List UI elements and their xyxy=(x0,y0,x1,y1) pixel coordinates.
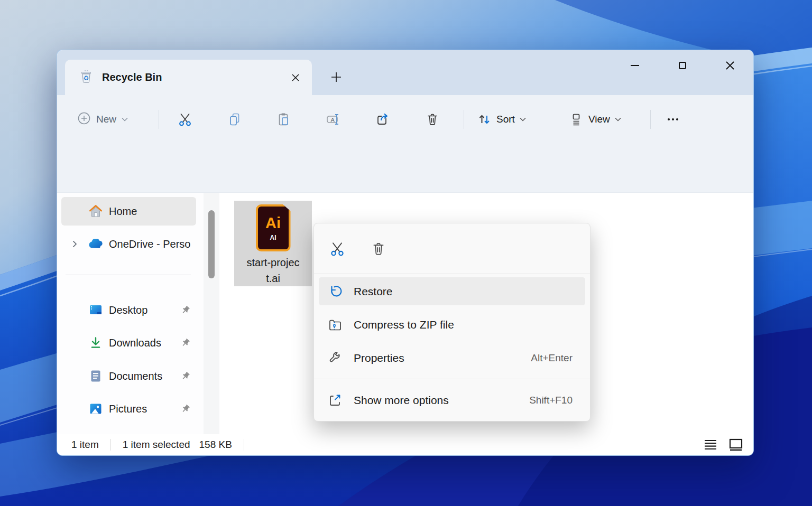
ai-icon-label-large: Ai xyxy=(265,215,281,231)
toolbar-separator xyxy=(650,110,651,129)
scrollbar-thumb[interactable] xyxy=(208,210,215,278)
paste-icon xyxy=(276,112,291,127)
command-bar: New A Sort View xyxy=(57,95,753,144)
sidebar-item-home[interactable]: Home xyxy=(61,197,196,226)
sidebar-item-onedrive[interactable]: OneDrive - Perso xyxy=(61,230,196,258)
new-button[interactable]: New xyxy=(73,108,132,131)
toolbar-separator xyxy=(159,110,159,129)
pictures-icon xyxy=(88,402,104,415)
chevron-down-icon xyxy=(122,117,128,121)
view-icon xyxy=(569,112,584,127)
sort-button-label: Sort xyxy=(496,114,515,125)
properties-wrench-icon xyxy=(328,351,343,366)
documents-icon xyxy=(88,369,104,383)
chevron-down-icon xyxy=(615,117,621,121)
new-plus-icon xyxy=(77,111,91,127)
close-icon[interactable] xyxy=(715,53,745,78)
maximize-icon[interactable] xyxy=(668,53,697,78)
cut-icon xyxy=(178,112,192,127)
sort-button[interactable]: Sort xyxy=(473,108,530,131)
navigation-pane: Home OneDrive - Perso Desktop xyxy=(57,193,204,434)
file-explorer-window: ♻ Recycle Bin New xyxy=(57,50,753,455)
sidebar-item-label: Pictures xyxy=(109,403,147,415)
pin-icon xyxy=(180,371,191,381)
delete-icon xyxy=(425,112,440,127)
sidebar-item-desktop[interactable]: Desktop xyxy=(61,296,196,324)
sidebar-item-label: Desktop xyxy=(109,304,147,316)
paste-button[interactable] xyxy=(272,108,296,131)
new-button-label: New xyxy=(96,114,116,125)
menu-item-restore[interactable]: Restore xyxy=(319,277,585,305)
tab-recycle-bin[interactable]: ♻ Recycle Bin xyxy=(65,60,312,95)
menu-item-show-more-options[interactable]: Show more options Shift+F10 xyxy=(319,386,585,414)
home-icon xyxy=(88,204,104,219)
cut-button[interactable] xyxy=(173,108,197,131)
file-item-start-project[interactable]: Ai AI start-projec t.ai xyxy=(234,201,312,286)
sidebar-divider xyxy=(66,275,191,275)
sidebar-item-pictures[interactable]: Pictures xyxy=(61,395,196,423)
sidebar-scrollbar[interactable] xyxy=(204,193,219,434)
zip-folder-icon xyxy=(328,317,343,332)
menu-shortcut: Alt+Enter xyxy=(531,352,573,364)
rename-button[interactable]: A xyxy=(321,108,345,131)
titlebar[interactable]: ♻ Recycle Bin xyxy=(57,50,753,95)
menu-shortcut: Shift+F10 xyxy=(529,395,573,406)
pin-icon xyxy=(180,404,191,414)
view-button[interactable]: View xyxy=(565,108,625,131)
details-view-icon[interactable] xyxy=(702,437,719,453)
copy-icon xyxy=(227,112,242,127)
item-count: 1 item xyxy=(71,439,99,451)
view-button-label: View xyxy=(588,114,610,125)
selection-size: 158 KB xyxy=(199,439,232,451)
address-row: ♻ Recycle Bin xyxy=(57,144,753,193)
menu-item-compress-to-zip[interactable]: Compress to ZIP file xyxy=(319,311,585,339)
status-bar: 1 item 1 item selected 158 KB xyxy=(57,434,753,455)
menu-item-properties[interactable]: Properties Alt+Enter xyxy=(319,344,585,372)
new-tab-button[interactable] xyxy=(324,66,348,88)
more-options-icon[interactable] xyxy=(661,108,685,131)
tab-close-icon[interactable] xyxy=(285,68,306,88)
large-icons-view-icon[interactable] xyxy=(727,437,745,453)
tab-title: Recycle Bin xyxy=(102,71,162,83)
restore-icon xyxy=(328,284,343,299)
chevron-down-icon xyxy=(520,117,526,121)
desktop-icon xyxy=(88,304,104,316)
sidebar-item-label: Documents xyxy=(109,370,162,382)
svg-text:♻: ♻ xyxy=(84,74,89,81)
adobe-illustrator-file-icon: Ai AI xyxy=(256,204,291,251)
sidebar-item-label: OneDrive - Perso xyxy=(109,238,191,250)
context-menu: Restore Compress to ZIP file Properties … xyxy=(313,223,590,421)
cut-icon[interactable] xyxy=(326,237,349,260)
share-button[interactable] xyxy=(371,108,394,131)
share-icon xyxy=(375,112,390,127)
sidebar-item-label: Home xyxy=(109,205,137,218)
sidebar-item-downloads[interactable]: Downloads xyxy=(61,329,196,357)
delete-button[interactable] xyxy=(421,108,444,131)
pin-icon xyxy=(180,305,191,315)
recycle-bin-icon: ♻ xyxy=(80,69,93,86)
sidebar-item-documents[interactable]: Documents xyxy=(61,362,196,390)
downloads-icon xyxy=(88,336,104,350)
selection-count: 1 item selected xyxy=(123,439,190,451)
onedrive-icon xyxy=(88,239,104,249)
sort-icon xyxy=(477,112,492,127)
copy-button[interactable] xyxy=(223,108,246,131)
minimize-icon[interactable] xyxy=(620,53,650,78)
delete-icon[interactable] xyxy=(367,237,390,260)
rename-icon: A xyxy=(325,112,341,127)
toolbar-separator xyxy=(464,110,464,129)
show-more-icon xyxy=(328,393,343,408)
context-menu-quick-actions xyxy=(314,223,590,274)
status-divider xyxy=(244,439,244,451)
ai-icon-label-small: AI xyxy=(270,235,276,241)
sidebar-item-label: Downloads xyxy=(109,337,161,349)
status-divider xyxy=(110,439,111,451)
pin-icon xyxy=(180,338,191,348)
svg-text:A: A xyxy=(331,117,335,123)
context-menu-items: Restore Compress to ZIP file Properties … xyxy=(314,274,590,421)
chevron-right-icon[interactable] xyxy=(68,240,81,248)
file-name: start-projec t.ai xyxy=(246,255,299,286)
menu-divider xyxy=(314,379,590,379)
